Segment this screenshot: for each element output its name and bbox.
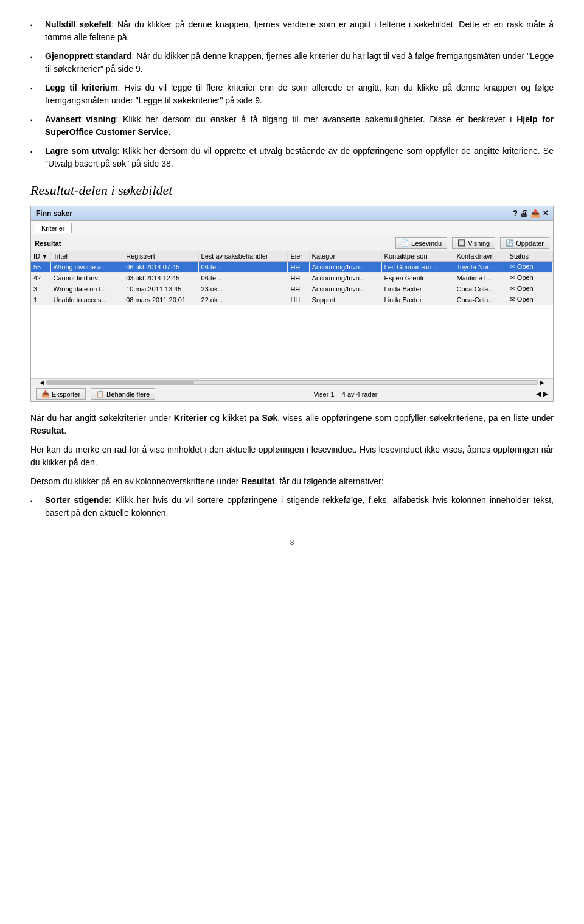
print-icon[interactable]: 🖨	[520, 209, 528, 218]
bullet-text-sorter: Sorter stigende: Klikk her hvis du vil s…	[45, 494, 554, 519]
bullet-icon-4: ▪	[30, 113, 41, 139]
bullet-rest-4: : Klikk her dersom du ønsker å få tilgan…	[116, 114, 516, 124]
sort-arrow-id: ▼	[42, 254, 47, 260]
eksporter-button[interactable]: 📥 Eksporter	[36, 388, 86, 400]
status-cell: ✉ Open	[507, 273, 543, 283]
table-cell: HH	[288, 262, 309, 273]
table-cell: Accounting/Invo...	[309, 273, 381, 283]
export-icon[interactable]: 📤	[530, 209, 540, 218]
col-id[interactable]: ID ▼	[31, 251, 50, 262]
table-cell: Support	[309, 294, 381, 305]
table-cell: 22.ok...	[198, 294, 288, 305]
table-cell: 3	[31, 283, 50, 294]
eksporter-icon: 📥	[41, 390, 50, 398]
statusbar-nav: ◀ ▶	[536, 390, 548, 398]
col-kontaktnavn[interactable]: Kontaktnavn	[454, 251, 507, 262]
bullet-label-3: Legg til kriterium	[45, 83, 118, 92]
table-cell: 06.fe...	[198, 273, 288, 283]
close-icon[interactable]: ✕	[543, 209, 548, 217]
bullet-label-sorter: Sorter stigende	[45, 495, 109, 505]
col-status[interactable]: Status	[507, 251, 543, 262]
para1: Når du har angitt søkekriterier under Kr…	[30, 412, 554, 437]
bullet-legg: ▪ Legg til kriterium: Hvis du vil legge …	[30, 82, 554, 107]
nav-prev-icon[interactable]: ◀	[536, 390, 541, 398]
bullet-icon-3: ▪	[30, 82, 41, 107]
visning-icon: 🔲	[457, 239, 466, 247]
table-cell: 10.mai.2011 13:45	[123, 283, 198, 294]
table-cell: Cannot find inv...	[50, 273, 123, 283]
bullet-rest-5: : Klikk her dersom du vil opprette et ut…	[45, 146, 554, 168]
bullet-icon-2: ▪	[30, 50, 41, 75]
table-row[interactable]: 1Unable to acces...08.mars.2011 20:0122.…	[31, 294, 553, 305]
scrollbar-thumb[interactable]	[47, 381, 194, 384]
resultat-label: Resultat	[35, 240, 61, 247]
col-eier[interactable]: Eier	[288, 251, 309, 262]
table-cell: 23.ok...	[198, 283, 288, 294]
section-heading: Resultat-delen i søkebildet	[30, 182, 554, 198]
envelope-icon: ✉	[510, 285, 515, 292]
table-cell: 06.fe...	[198, 262, 288, 273]
para3: Dersom du klikker på en av kolonneoversk…	[30, 475, 554, 488]
table-cell: Accounting/Invo...	[309, 262, 381, 273]
bullet-rest-sorter: : Klikk her hvis du vil sortere oppførin…	[45, 495, 554, 518]
extra-cell	[543, 294, 553, 305]
envelope-icon: ✉	[510, 296, 515, 303]
visning-button[interactable]: 🔲 Visning	[452, 237, 495, 249]
bullet-text-2: Gjenopprett standard: Når du klikker på …	[45, 50, 554, 75]
col-lest[interactable]: Lest av saksbehandler	[198, 251, 288, 262]
col-tittel[interactable]: Tittel	[50, 251, 123, 262]
oppdater-icon: 🔄	[506, 239, 514, 247]
content-area: ▪ Nullstill søkefelt: Når du klikker på …	[30, 18, 554, 547]
bullet-label-4: Avansert visning	[45, 114, 116, 124]
bullet-text-5: Lagre som utvalg: Klikk her dersom du vi…	[45, 145, 554, 170]
status-cell: ✉ Open	[507, 294, 543, 305]
table-cell: Unable to acces...	[50, 294, 123, 305]
col-kontaktperson[interactable]: Kontaktperson	[381, 251, 454, 262]
help-icon[interactable]: ?	[513, 209, 518, 218]
behandle-button[interactable]: 📋 Behandle flere	[91, 388, 155, 400]
table-cell: HH	[288, 294, 309, 305]
bullet-nullstill: ▪ Nullstill søkefelt: Når du klikker på …	[30, 18, 554, 44]
oppdater-button[interactable]: 🔄 Oppdater	[500, 237, 549, 249]
table-cell: 42	[31, 273, 50, 283]
scroll-right-arrow[interactable]: ▶	[540, 380, 544, 386]
nav-next-icon[interactable]: ▶	[543, 390, 548, 398]
table-cell: Espen Grønli	[381, 273, 454, 283]
bullet-icon-sorter: ▪	[30, 494, 41, 519]
bullet-rest-3: : Hvis du vil legge til flere kriterier …	[45, 83, 554, 105]
extra-cell	[543, 262, 553, 273]
col-kategori[interactable]: Kategori	[309, 251, 381, 262]
table-cell: 03.okt.2014 12:45	[123, 273, 198, 283]
bullet-gjenopprett: ▪ Gjenopprett standard: Når du klikker p…	[30, 50, 554, 75]
lesevindu-button[interactable]: 📄 Lesevindu	[395, 237, 447, 249]
status-text: Viser 1 – 4 av 4 rader	[314, 391, 378, 398]
para2: Her kan du merke en rad for å vise innho…	[30, 443, 554, 469]
table-row[interactable]: 42Cannot find inv...03.okt.2014 12:4506.…	[31, 273, 553, 283]
window-title: Finn saker	[36, 209, 72, 218]
table-row[interactable]: 3Wrong date on t...10.mai.2011 13:4523.o…	[31, 283, 553, 294]
table-cell: 1	[31, 294, 50, 305]
envelope-icon: ✉	[510, 263, 515, 270]
table-cell: HH	[288, 283, 309, 294]
table-cell: Wrong invoice a...	[50, 262, 123, 273]
table-row[interactable]: 55Wrong invoice a...06.okt.2014 07:4506.…	[31, 262, 553, 273]
titlebar-icons: ? 🖨 📤 ✕	[513, 209, 548, 218]
bullet-avansert: ▪ Avansert visning: Klikk her dersom du …	[30, 113, 554, 139]
table-cell: Linda Baxter	[381, 294, 454, 305]
para1-bold2: Søk	[262, 413, 278, 423]
bullet-text-1: Nullstill søkefelt: Når du klikker på de…	[45, 18, 554, 44]
para1-bold3: Resultat	[30, 426, 64, 436]
table-cell: Leif Gunnar Rør...	[381, 262, 454, 273]
horizontal-scrollbar[interactable]: ◀ ▶	[31, 378, 553, 386]
bullet-rest-1: : Når du klikker på denne knappen, fjern…	[45, 19, 554, 42]
bullet-text-4: Avansert visning: Klikk her dersom du øn…	[45, 113, 554, 139]
extra-cell	[543, 273, 553, 283]
scroll-left-arrow[interactable]: ◀	[40, 380, 44, 386]
table-container: ID ▼ Tittel Registrert Lest av saksbehan…	[31, 251, 553, 305]
tab-kriterier[interactable]: Kriterier	[35, 223, 72, 233]
statusbar-left: 📥 Eksporter 📋 Behandle flere	[36, 388, 155, 400]
scrollbar-track[interactable]	[46, 380, 538, 385]
table-cell: Maritime I...	[454, 273, 507, 283]
col-registrert[interactable]: Registrert	[123, 251, 198, 262]
table-empty-space	[31, 305, 553, 378]
